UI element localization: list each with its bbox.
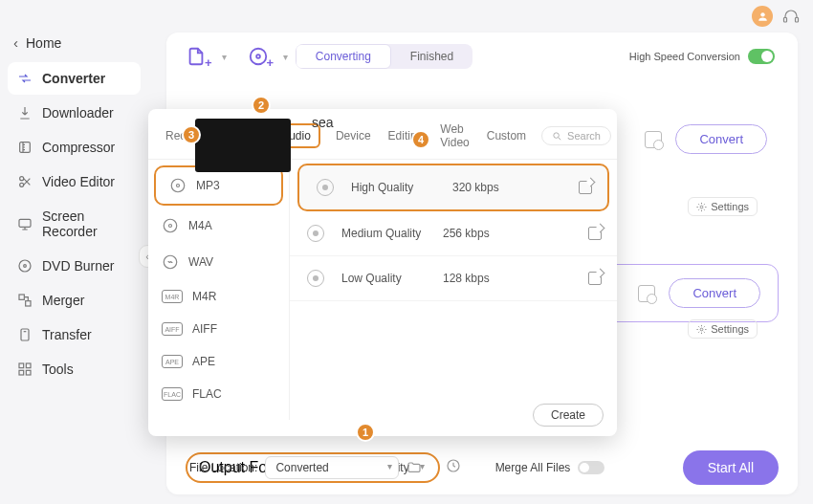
format-m4r[interactable]: M4R M4R bbox=[148, 280, 289, 313]
tab-custom[interactable]: Custom bbox=[485, 125, 528, 146]
quality-list: High Quality 320 kbps Medium Quality 256… bbox=[290, 160, 617, 420]
svg-rect-11 bbox=[21, 329, 29, 340]
svg-point-0 bbox=[760, 12, 764, 16]
sidebar-item-video-editor[interactable]: Video Editor bbox=[8, 165, 141, 198]
seg-converting[interactable]: Converting bbox=[296, 44, 391, 69]
settings-chip[interactable]: Settings bbox=[688, 319, 758, 339]
edit-preset-icon[interactable] bbox=[579, 181, 592, 194]
flac-tag-icon: FLAC bbox=[162, 387, 183, 401]
annotation-badge-2: 2 bbox=[252, 96, 271, 115]
format-m4a[interactable]: M4A bbox=[148, 208, 289, 244]
svg-point-7 bbox=[19, 260, 31, 272]
annotation-badge-1: 1 bbox=[356, 423, 375, 442]
quality-high[interactable]: High Quality 320 kbps bbox=[297, 164, 609, 211]
avatar[interactable] bbox=[752, 6, 773, 27]
svg-point-23 bbox=[177, 185, 180, 187]
home-link[interactable]: ‹ Home bbox=[0, 31, 148, 62]
svg-point-25 bbox=[169, 225, 172, 228]
svg-point-19 bbox=[700, 206, 703, 208]
open-folder-icon[interactable] bbox=[406, 460, 422, 476]
settings-chip[interactable]: Settings bbox=[688, 197, 758, 216]
svg-point-4 bbox=[20, 177, 24, 181]
m4r-tag-icon: M4R bbox=[162, 290, 183, 303]
add-disc-button[interactable]: + ▾ bbox=[248, 46, 289, 67]
svg-point-24 bbox=[164, 219, 177, 232]
start-all-button[interactable]: Start All bbox=[683, 450, 779, 485]
sidebar: ‹ Home Converter Downloader Compressor V… bbox=[0, 0, 148, 504]
convert-button[interactable]: Convert bbox=[675, 124, 767, 154]
sidebar-item-transfer[interactable]: Transfer bbox=[8, 318, 141, 351]
convert-button[interactable]: Convert bbox=[669, 278, 760, 308]
disc-icon bbox=[307, 225, 324, 242]
merge-toggle[interactable] bbox=[578, 461, 604, 474]
support-icon[interactable] bbox=[782, 8, 800, 25]
svg-rect-10 bbox=[26, 301, 31, 306]
merge-label: Merge All Files bbox=[495, 461, 571, 474]
aiff-tag-icon: AIFF bbox=[162, 322, 183, 336]
output-format-extra-icon[interactable] bbox=[446, 458, 461, 477]
high-speed-toggle[interactable] bbox=[748, 49, 775, 64]
file-location-label: File Location: bbox=[189, 461, 257, 474]
svg-rect-6 bbox=[19, 219, 31, 227]
svg-rect-1 bbox=[784, 18, 787, 23]
sidebar-item-compressor[interactable]: Compressor bbox=[8, 131, 141, 164]
file-title: sea bbox=[312, 115, 334, 130]
annotation-badge-4: 4 bbox=[411, 130, 430, 149]
sidebar-item-tools[interactable]: Tools bbox=[8, 353, 141, 385]
search-input[interactable]: Search bbox=[541, 126, 611, 145]
sidebar-item-dvd-burner[interactable]: DVD Burner bbox=[8, 250, 141, 282]
seg-finished[interactable]: Finished bbox=[391, 44, 472, 69]
disc-icon bbox=[307, 270, 324, 287]
svg-point-17 bbox=[256, 55, 260, 58]
disc-icon bbox=[317, 179, 334, 196]
svg-point-8 bbox=[24, 265, 27, 268]
edit-preset-icon[interactable] bbox=[588, 227, 602, 240]
annotation-badge-3: 3 bbox=[182, 125, 201, 144]
output-preset-icon[interactable] bbox=[638, 285, 655, 302]
svg-point-22 bbox=[171, 179, 185, 192]
svg-rect-15 bbox=[26, 370, 31, 375]
ape-tag-icon: APE bbox=[162, 355, 183, 368]
home-label: Home bbox=[26, 35, 61, 51]
format-wav[interactable]: WAV bbox=[148, 244, 289, 280]
high-speed-label: High Speed Conversion bbox=[629, 51, 740, 62]
svg-rect-9 bbox=[19, 295, 24, 299]
quality-medium[interactable]: Medium Quality 256 kbps bbox=[290, 211, 617, 256]
add-file-button[interactable]: + ▾ bbox=[186, 46, 227, 67]
tab-device[interactable]: Device bbox=[334, 125, 373, 146]
file-location-select[interactable]: Converted bbox=[265, 456, 399, 479]
svg-point-18 bbox=[700, 328, 703, 331]
format-flac[interactable]: FLAC FLAC bbox=[148, 378, 289, 410]
tab-webvideo[interactable]: Web Video bbox=[438, 119, 471, 153]
svg-point-16 bbox=[250, 49, 266, 65]
svg-rect-12 bbox=[19, 363, 24, 368]
status-segment: Converting Finished bbox=[296, 44, 472, 69]
output-preset-icon[interactable] bbox=[645, 131, 662, 148]
sidebar-item-merger[interactable]: Merger bbox=[8, 284, 141, 317]
edit-preset-icon[interactable] bbox=[588, 272, 602, 285]
format-aiff[interactable]: AIFF AIFF bbox=[148, 313, 289, 345]
svg-rect-13 bbox=[26, 363, 31, 368]
chevron-down-icon: ▾ bbox=[222, 52, 227, 62]
chevron-down-icon: ▾ bbox=[283, 52, 288, 62]
svg-rect-14 bbox=[19, 370, 24, 375]
quality-low[interactable]: Low Quality 128 kbps bbox=[290, 256, 617, 301]
svg-point-21 bbox=[554, 132, 560, 138]
sidebar-item-converter[interactable]: Converter bbox=[8, 62, 141, 95]
svg-rect-2 bbox=[796, 18, 799, 23]
sidebar-item-downloader[interactable]: Downloader bbox=[8, 97, 141, 129]
create-preset-button[interactable]: Create bbox=[533, 404, 604, 427]
sidebar-item-screen-recorder[interactable]: Screen Recorder bbox=[8, 200, 141, 248]
format-list: MP3 M4A WAV M4R M4R AIFF AIFF APE APE bbox=[148, 160, 290, 420]
video-thumbnail bbox=[195, 119, 291, 172]
format-ape[interactable]: APE APE bbox=[148, 345, 289, 378]
svg-point-5 bbox=[20, 183, 24, 186]
